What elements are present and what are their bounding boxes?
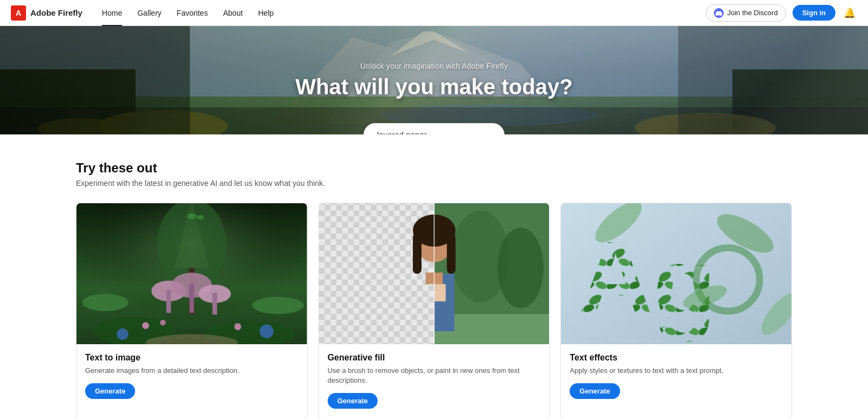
card-1-generate-button[interactable]: Generate (85, 383, 135, 399)
svg-point-29 (260, 324, 273, 338)
card-2-illustration (319, 203, 550, 344)
svg-point-28 (234, 323, 241, 330)
nav-link-home[interactable]: Home (95, 0, 129, 26)
brand-name: Adobe Firefly (30, 8, 82, 17)
card-generative-fill: Generative fill Use a brush to remove ob… (318, 203, 550, 419)
hero-search-input[interactable] (363, 123, 505, 134)
section-subtitle: Experiment with the latest in generative… (76, 179, 792, 188)
svg-point-32 (187, 214, 196, 220)
nav-link-help[interactable]: Help (252, 0, 280, 26)
svg-point-26 (142, 322, 149, 329)
card-3-illustration: A g (561, 203, 792, 344)
svg-rect-19 (167, 290, 171, 313)
navbar: A Adobe Firefly Home Gallery Favorites A… (0, 0, 868, 26)
svg-rect-49 (446, 234, 455, 274)
hero-content: Unlock your imagination with Adobe Firef… (0, 26, 868, 134)
discord-icon (714, 8, 724, 18)
main-content: Try these out Experiment with the latest… (0, 134, 868, 419)
svg-rect-21 (189, 284, 194, 313)
card-3-body: Text effects Apply styles or textures to… (561, 344, 792, 410)
notification-icon[interactable]: 🔔 (842, 5, 857, 21)
card-1-body: Text to image Generate images from a det… (76, 344, 307, 410)
card-text-to-image: Text to image Generate images from a det… (76, 203, 308, 419)
discord-label: Join the Discord (727, 9, 777, 17)
svg-rect-53 (434, 284, 445, 301)
card-1-title: Text to image (85, 353, 298, 363)
section-title: Try these out (76, 160, 792, 176)
adobe-icon-letter: A (16, 9, 21, 17)
nav-link-gallery[interactable]: Gallery (131, 0, 168, 26)
svg-point-35 (252, 296, 304, 314)
hero-search-wrapper (363, 123, 505, 134)
svg-point-33 (197, 215, 204, 220)
card-text-effects: A g (560, 203, 792, 419)
adobe-icon: A (11, 5, 26, 21)
svg-point-27 (160, 320, 166, 326)
nav-link-favorites[interactable]: Favorites (170, 0, 215, 26)
svg-point-34 (82, 294, 129, 311)
card-2-body: Generative fill Use a brush to remove ob… (319, 344, 550, 419)
card-1-illustration (76, 203, 307, 344)
card-2-desc: Use a brush to remove objects, or paint … (328, 366, 541, 385)
card-2-generate-button[interactable]: Generate (328, 393, 378, 409)
card-2-image (319, 203, 550, 344)
hero-title: What will you make today? (295, 75, 572, 99)
nav-right: Join the Discord Sign in 🔔 (706, 4, 857, 22)
nav-link-about[interactable]: About (216, 0, 250, 26)
hero-subtitle: Unlock your imagination with Adobe Firef… (360, 62, 508, 70)
card-3-title: Text effects (570, 353, 783, 363)
svg-rect-23 (213, 293, 217, 314)
card-3-image: A g (561, 203, 792, 344)
app-logo[interactable]: A Adobe Firefly (11, 5, 82, 21)
svg-point-30 (117, 328, 128, 340)
cards-grid: Text to image Generate images from a det… (76, 203, 792, 419)
card-2-title: Generative fill (328, 353, 541, 363)
nav-links: Home Gallery Favorites About Help (95, 0, 706, 26)
card-3-generate-button[interactable]: Generate (570, 383, 620, 399)
card-1-image (76, 203, 307, 344)
hero-section: Unlock your imagination with Adobe Firef… (0, 26, 868, 134)
signin-button[interactable]: Sign in (793, 5, 835, 21)
card-3-desc: Apply styles or textures to text with a … (570, 366, 783, 376)
discord-button[interactable]: Join the Discord (706, 4, 786, 22)
svg-rect-48 (413, 234, 422, 274)
svg-point-45 (497, 228, 544, 308)
card-1-desc: Generate images from a detailed text des… (85, 366, 298, 376)
